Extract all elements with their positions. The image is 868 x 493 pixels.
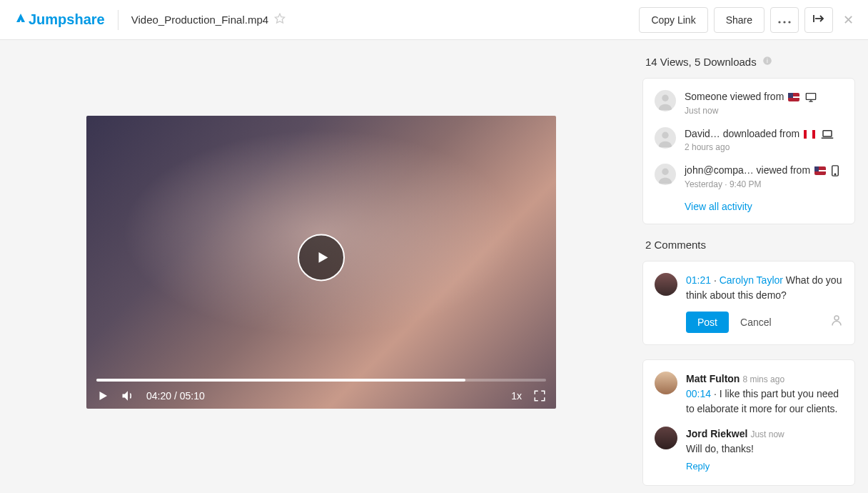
activity-panel: Someone viewed from Just now David… down… (642, 78, 855, 224)
laptop-icon (821, 129, 834, 139)
activity-item: David… downloaded from 2 hours ago (655, 127, 843, 153)
comment: Matt Fulton8 mins ago 00:14 · I like thi… (655, 372, 843, 417)
post-button[interactable]: Post (686, 312, 729, 333)
logo[interactable]: Jumpshare (14, 11, 105, 28)
stats-line: 14 Views, 5 Downloads i (642, 56, 855, 78)
comment-meta: 8 mins ago (742, 374, 784, 384)
avatar (655, 372, 677, 394)
comments-panel: Matt Fulton8 mins ago 00:14 · I like thi… (642, 359, 855, 486)
comment-text: Will do, thanks! (686, 442, 843, 457)
compose-panel: 01:21 · Carolyn Taylor What do you think… (642, 261, 855, 345)
activity-time: Yesterday · 9:40 PM (685, 179, 839, 189)
flag-ca-icon (804, 130, 815, 139)
comment-author: Jord Riekwel (686, 428, 747, 439)
cancel-button[interactable]: Cancel (740, 317, 772, 328)
svg-point-10 (662, 95, 668, 101)
flag-us-icon (788, 93, 799, 101)
play-button[interactable] (298, 234, 345, 281)
share-button[interactable]: Share (714, 7, 764, 33)
timestamp-link[interactable]: 01:21 (686, 274, 711, 286)
view-all-activity-link[interactable]: View all activity (685, 201, 843, 212)
svg-marker-0 (275, 14, 284, 23)
more-menu-button[interactable] (770, 7, 799, 33)
comments-title: 2 Comments (642, 239, 855, 261)
avatar (655, 90, 676, 111)
arrow-right-icon (812, 14, 825, 26)
play-small-icon[interactable] (96, 389, 109, 402)
header: Jumpshare Video_Production_Final.mp4 Cop… (0, 0, 868, 40)
fullscreen-icon[interactable] (533, 389, 546, 402)
svg-rect-15 (823, 131, 832, 136)
time-display: 04:20 / 05:10 (146, 390, 205, 402)
star-icon[interactable] (274, 13, 286, 27)
mention-icon[interactable] (830, 314, 843, 331)
divider (118, 10, 118, 30)
svg-rect-11 (806, 94, 815, 100)
activity-item: john@compa… viewed from Yesterday · 9:40… (655, 164, 843, 189)
svg-point-20 (834, 316, 839, 320)
svg-point-14 (662, 131, 668, 138)
svg-marker-7 (100, 392, 108, 400)
copy-link-button[interactable]: Copy Link (639, 7, 707, 33)
avatar (655, 127, 676, 149)
svg-point-19 (834, 174, 835, 175)
speed-control[interactable]: 1x (511, 390, 522, 402)
avatar (655, 427, 677, 449)
comment: Jord RiekwelJust now Will do, thanks! Re… (655, 427, 843, 474)
volume-icon[interactable] (121, 389, 135, 403)
close-icon[interactable]: ✕ (843, 12, 854, 28)
comment-author: Matt Fulton (686, 373, 740, 384)
player-controls: 04:20 / 05:10 1x (86, 369, 556, 409)
activity-time: Just now (685, 106, 817, 116)
avatar (655, 273, 677, 296)
desktop-icon (805, 92, 817, 102)
video-player[interactable]: 04:20 / 05:10 1x (86, 116, 556, 409)
logo-text: Jumpshare (29, 11, 105, 28)
svg-text:i: i (767, 58, 768, 64)
open-external-button[interactable] (804, 7, 833, 33)
activity-time: 2 hours ago (685, 142, 834, 152)
svg-point-17 (662, 169, 668, 175)
jumpshare-icon (14, 11, 27, 28)
mobile-icon (832, 165, 839, 176)
filename: Video_Production_Final.mp4 (131, 14, 268, 26)
avatar (655, 164, 676, 185)
svg-marker-6 (319, 252, 328, 263)
timestamp-link[interactable]: 00:14 (686, 388, 711, 399)
info-icon[interactable]: i (762, 56, 772, 68)
play-icon (315, 249, 330, 265)
player-area: 04:20 / 05:10 1x (0, 40, 642, 493)
svg-point-3 (788, 21, 790, 23)
sidebar: 14 Views, 5 Downloads i Someone viewed f… (642, 40, 868, 493)
svg-point-1 (778, 21, 780, 23)
progress-bar[interactable] (96, 379, 546, 382)
activity-item: Someone viewed from Just now (655, 90, 843, 116)
author-link[interactable]: Carolyn Taylor (720, 274, 783, 286)
reply-link[interactable]: Reply (686, 459, 710, 474)
flag-us-icon (814, 166, 826, 175)
svg-point-2 (783, 21, 785, 23)
ellipsis-icon (778, 14, 791, 26)
comment-meta: Just now (750, 429, 784, 439)
